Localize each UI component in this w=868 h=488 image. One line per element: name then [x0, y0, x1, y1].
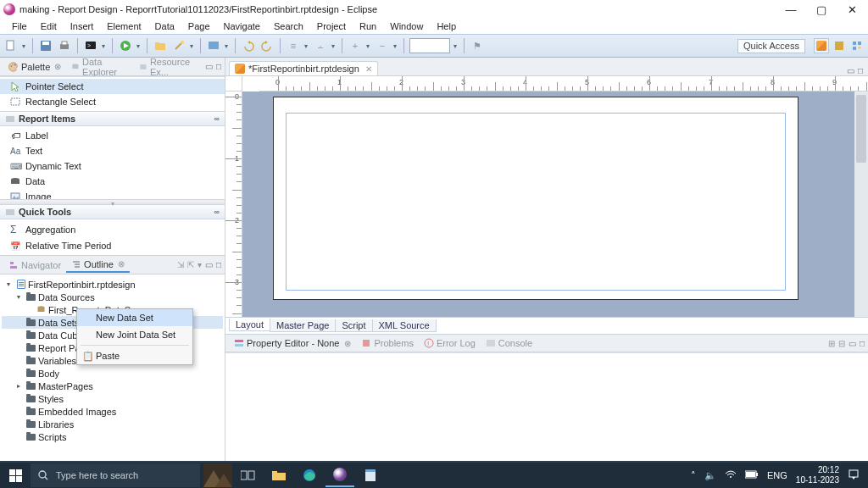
- taskbar-search[interactable]: Type here to search: [31, 463, 200, 487]
- palette-rectangle-select[interactable]: Rectangle Select: [0, 94, 225, 109]
- menu-file[interactable]: File: [5, 20, 34, 32]
- menu-edit[interactable]: Edit: [34, 20, 64, 32]
- taskbar-background[interactable]: [203, 463, 232, 487]
- prop-toggle-1-icon[interactable]: ⊞: [828, 339, 835, 348]
- vertical-scrollbar[interactable]: [854, 92, 868, 317]
- window-minimize-button[interactable]: —: [783, 3, 798, 16]
- new-folder-button[interactable]: [153, 38, 168, 53]
- tab-palette[interactable]: Palette ⊗: [3, 60, 66, 74]
- taskbar-file-explorer[interactable]: [264, 463, 293, 487]
- btab-xml-source[interactable]: XML Source: [372, 319, 437, 332]
- zoom-dropdown[interactable]: [409, 38, 450, 53]
- menu-page[interactable]: Page: [181, 20, 217, 32]
- zoom-in-button[interactable]: +: [348, 38, 363, 53]
- ctx-new-joint-data-set[interactable]: New Joint Data Set: [77, 326, 192, 343]
- menu-run[interactable]: Run: [353, 20, 383, 32]
- windows-start-button[interactable]: [0, 462, 31, 488]
- prop-toggle-2-icon[interactable]: ⊟: [838, 339, 845, 348]
- perspective-open-icon[interactable]: +: [849, 38, 865, 53]
- collapse-icon[interactable]: ∞: [214, 208, 220, 216]
- menu-help[interactable]: Help: [430, 20, 463, 32]
- menu-search[interactable]: Search: [267, 20, 310, 32]
- print-button[interactable]: [57, 38, 72, 53]
- ctx-paste[interactable]: 📋Paste: [77, 347, 192, 364]
- tree-data-sources[interactable]: ▾Data Sources: [2, 291, 223, 303]
- outline-maximize-icon[interactable]: □: [216, 260, 221, 269]
- collapse-icon[interactable]: ∞: [214, 114, 220, 123]
- redo-button[interactable]: [259, 38, 275, 53]
- magic-button[interactable]: [171, 38, 186, 53]
- tab-navigator[interactable]: Navigator: [3, 258, 66, 272]
- save-button[interactable]: [38, 38, 53, 53]
- tab-problems[interactable]: Problems: [356, 336, 418, 350]
- tab-data-explorer[interactable]: Data Explorer: [66, 55, 134, 79]
- tree-libraries[interactable]: Libraries: [2, 418, 223, 430]
- sidebar-maximize-icon[interactable]: □: [216, 62, 221, 71]
- tray-volume-icon[interactable]: 🔈: [704, 470, 716, 481]
- pin-icon[interactable]: ⊗: [118, 259, 125, 269]
- new-button[interactable]: [3, 38, 19, 53]
- outline-collapse-icon[interactable]: ⇱: [187, 260, 194, 269]
- tree-embedded-images[interactable]: Embedded Images: [2, 405, 223, 418]
- tree-master-pages[interactable]: ▸MasterPages: [2, 380, 223, 392]
- menu-project[interactable]: Project: [310, 20, 353, 32]
- terminal-button[interactable]: >: [83, 38, 98, 53]
- palette-item-data[interactable]: Data: [0, 174, 225, 189]
- tree-root[interactable]: ▾FirstReportinbirt.rptdesign: [2, 278, 223, 291]
- zoom-out-button[interactable]: −: [375, 38, 390, 53]
- menu-navigate[interactable]: Navigate: [217, 20, 267, 32]
- tree-scripts[interactable]: Scripts: [2, 430, 223, 443]
- align-left-button[interactable]: ≡: [286, 38, 301, 53]
- window-close-button[interactable]: ✕: [844, 3, 860, 16]
- perspective-report-icon[interactable]: [814, 38, 829, 53]
- palette-item-relative-time[interactable]: 📅Relative Time Period: [0, 238, 225, 253]
- tab-outline[interactable]: Outline ⊗: [66, 258, 130, 273]
- undo-button[interactable]: [241, 38, 256, 53]
- perspective-resource-icon[interactable]: [832, 38, 847, 53]
- window-maximize-button[interactable]: ▢: [814, 3, 829, 16]
- taskbar-eclipse[interactable]: [326, 463, 354, 487]
- run-button[interactable]: [118, 38, 133, 53]
- prop-minimize-icon[interactable]: ▭: [849, 339, 856, 348]
- prop-maximize-icon[interactable]: □: [860, 339, 865, 348]
- tab-resource-explorer[interactable]: Resource Ex...: [134, 55, 205, 79]
- tab-console[interactable]: Console: [481, 336, 537, 350]
- palette-item-image[interactable]: Image: [0, 189, 225, 199]
- ctx-new-data-set[interactable]: New Data Set: [77, 309, 192, 326]
- menu-window[interactable]: Window: [383, 20, 430, 32]
- outline-minimize-icon[interactable]: ▭: [205, 260, 213, 269]
- editor-tab-close-icon[interactable]: ✕: [365, 64, 372, 74]
- tray-wifi-icon[interactable]: [725, 469, 737, 481]
- palette-item-text[interactable]: AaText: [0, 143, 225, 158]
- pin-icon[interactable]: ⊗: [344, 339, 351, 348]
- btab-master-page[interactable]: Master Page: [270, 319, 336, 332]
- editor-minimize-icon[interactable]: ▭: [847, 66, 854, 75]
- quick-access-field[interactable]: Quick Access: [737, 39, 805, 53]
- report-body-region[interactable]: [286, 113, 786, 291]
- menu-element[interactable]: Element: [100, 20, 147, 32]
- tray-date[interactable]: 10-11-2023: [796, 475, 839, 485]
- btab-script[interactable]: Script: [335, 319, 372, 332]
- tree-body[interactable]: Body: [2, 367, 223, 380]
- palette-header-report-items[interactable]: Report Items ∞: [0, 111, 225, 126]
- taskbar-notepad[interactable]: [356, 463, 385, 487]
- design-canvas[interactable]: [242, 92, 868, 317]
- palette-pointer-select[interactable]: Pointer Select: [0, 79, 225, 94]
- palette-item-label[interactable]: 🏷Label: [0, 128, 225, 143]
- pin-icon[interactable]: ⊗: [54, 62, 61, 71]
- tab-error-log[interactable]: ! Error Log: [419, 336, 481, 350]
- taskbar-edge[interactable]: [295, 463, 324, 487]
- tree-styles[interactable]: Styles: [2, 392, 223, 405]
- toggle-flag-button[interactable]: ⚑: [470, 38, 485, 53]
- tray-notifications-icon[interactable]: [848, 469, 860, 482]
- taskbar-task-view[interactable]: [234, 463, 263, 487]
- editor-maximize-icon[interactable]: □: [858, 66, 863, 75]
- menu-insert[interactable]: Insert: [64, 20, 101, 32]
- btab-layout[interactable]: Layout: [229, 319, 270, 331]
- tray-language[interactable]: ENG: [767, 470, 787, 480]
- menu-data[interactable]: Data: [148, 20, 181, 32]
- outline-view-menu-icon[interactable]: ▾: [198, 260, 202, 269]
- report-page[interactable]: [273, 97, 798, 300]
- tray-battery-icon[interactable]: [745, 470, 759, 480]
- outline-expand-icon[interactable]: ⇲: [177, 260, 184, 269]
